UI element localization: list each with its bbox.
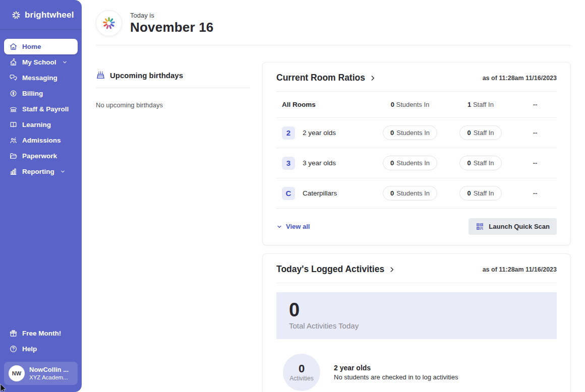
sidebar-item-free-month[interactable]: Free Month! (4, 325, 78, 341)
room-ratio: -- (513, 159, 557, 167)
room-row: 3 3 year olds 0Students In 0Staff In -- (276, 148, 557, 178)
sidebar-item-label: Reporting (22, 168, 54, 175)
chevron-down-icon (60, 169, 66, 174)
staff-in-pill[interactable]: 0Staff In (459, 156, 501, 170)
profile-text: NowCollin ... XYZ Academ... (29, 366, 69, 381)
page-header: Today is November 16 (96, 0, 571, 36)
all-rooms-label: All Rooms (276, 101, 372, 108)
brightwheel-badge (96, 10, 122, 36)
sidebar-item-reporting[interactable]: Reporting (4, 164, 78, 179)
sidebar-item-label: Messaging (22, 74, 57, 82)
chevron-down-icon (276, 224, 282, 230)
all-rooms-ratio: -- (513, 101, 557, 108)
sidebar-spacer (0, 179, 82, 325)
sidebar-footer: Free Month! Help (0, 325, 82, 357)
sidebar-item-my-school[interactable]: My School (4, 54, 78, 70)
activity-room-name: 2 year olds (334, 364, 458, 372)
sidebar-item-staff-payroll[interactable]: Staff & Payroll (4, 101, 78, 117)
room-row: 2 2 year olds 0Students In 0Staff In -- (276, 118, 557, 148)
reporting-icon (9, 167, 18, 176)
profile-name: NowCollin ... (29, 366, 69, 374)
room-ratios-as-of: as of 11:28am 11/16/2023 (483, 75, 557, 82)
room-name: Caterpillars (303, 189, 337, 197)
room-ratios-header: Current Room Ratios as of 11:28am 11/16/… (276, 73, 557, 83)
mouse-cursor (0, 383, 7, 392)
sidebar-nav: Home My School (0, 30, 82, 179)
all-rooms-students-in: 0 Students In (372, 101, 448, 108)
sidebar-item-billing[interactable]: Billing (4, 86, 78, 101)
room-name: 3 year olds (303, 159, 336, 167)
birthday-cake-icon (96, 71, 105, 80)
paperwork-icon (9, 152, 18, 160)
today-label: Today is (130, 12, 214, 19)
activity-room-message: No students are checked in to log activi… (334, 373, 458, 381)
sidebar-item-admissions[interactable]: Admissions (4, 133, 78, 148)
logged-activities-header: Today's Logged Activities as of 11:28am … (276, 264, 557, 275)
sidebar-item-label: Billing (22, 90, 43, 97)
room-badge: 2 (282, 126, 295, 140)
home-icon (9, 42, 18, 51)
sidebar-item-home[interactable]: Home (4, 39, 78, 54)
activity-count-circle: 0 Activities (283, 354, 320, 391)
activity-room-text: 2 year olds No students are checked in t… (334, 364, 458, 381)
sidebar-item-label: Free Month! (22, 330, 61, 337)
students-in-pill[interactable]: 0Students In (383, 156, 437, 170)
sidebar-item-learning[interactable]: Learning (4, 117, 78, 133)
launch-quick-scan-button[interactable]: Launch Quick Scan (469, 218, 557, 235)
staff-in-pill[interactable]: 0Staff In (459, 186, 501, 201)
brightwheel-color-pinwheel-icon (101, 16, 116, 31)
activity-count: 0 (299, 363, 305, 375)
sidebar-item-paperwork[interactable]: Paperwork (4, 148, 78, 164)
divider (276, 283, 557, 283)
activity-count-label: Activities (289, 375, 313, 382)
qr-code-icon (476, 222, 484, 231)
birthdays-divider (96, 88, 250, 88)
chevron-right-icon (369, 75, 376, 82)
sidebar-item-label: Paperwork (22, 152, 57, 160)
logged-activities-card: Today's Logged Activities as of 11:28am … (262, 253, 571, 392)
cards-column: Current Room Ratios as of 11:28am 11/16/… (262, 62, 571, 392)
room-ratios-title-link[interactable]: Current Room Ratios (276, 73, 376, 83)
view-all-link[interactable]: View all (276, 223, 310, 230)
activity-room-row: 0 Activities 2 year olds No students are… (276, 354, 557, 391)
chevron-down-icon (62, 59, 68, 65)
room-name: 2 year olds (303, 129, 336, 137)
room-ratios-card: Current Room Ratios as of 11:28am 11/16/… (262, 62, 571, 245)
staff-payroll-icon (9, 105, 18, 113)
students-in-pill[interactable]: 0Students In (383, 186, 437, 201)
sidebar-item-label: Learning (22, 121, 51, 128)
content-columns: Upcoming birthdays No upcoming birthdays… (96, 45, 571, 392)
logged-activities-title-link[interactable]: Today's Logged Activities (276, 264, 395, 275)
all-rooms-row: All Rooms 0 Students In 1 Staff In -- (276, 92, 557, 117)
all-rooms-staff-in: 1 Staff In (448, 101, 513, 108)
room-ratio: -- (513, 189, 557, 197)
divider (276, 208, 557, 209)
help-icon (9, 345, 18, 353)
staff-in-pill[interactable]: 0Staff In (459, 125, 501, 140)
sidebar-item-label: My School (22, 58, 56, 66)
logged-activities-as-of: as of 11:28am 11/16/2023 (483, 266, 557, 273)
profile-org: XYZ Academ... (29, 374, 69, 381)
upcoming-birthdays-header: Upcoming birthdays (96, 71, 250, 80)
room-ratios-title: Current Room Ratios (276, 73, 365, 83)
gift-icon (9, 329, 18, 338)
logged-activities-title: Today's Logged Activities (276, 264, 384, 275)
room-ratio: -- (513, 129, 557, 137)
sidebar-item-label: Staff & Payroll (22, 105, 69, 113)
brightwheel-dashboard: brightwheel Home My School (0, 0, 585, 392)
learning-icon (9, 120, 18, 129)
room-row: C Caterpillars 0Students In 0Staff In -- (276, 178, 557, 208)
sidebar-item-messaging[interactable]: Messaging (4, 70, 78, 86)
admissions-icon (9, 136, 18, 145)
brightwheel-logo[interactable]: brightwheel (0, 0, 82, 29)
sidebar-item-help[interactable]: Help (4, 341, 78, 357)
profile-card[interactable]: NW NowCollin ... XYZ Academ... (4, 362, 78, 385)
total-activities-value: 0 (289, 299, 544, 320)
sidebar-item-label: Help (22, 345, 37, 353)
brightwheel-pinwheel-icon (11, 10, 21, 20)
total-activities-label: Total Activities Today (289, 321, 544, 330)
room-badge: C (282, 187, 295, 200)
room-ratios-footer: View all Launch Quick Scan (276, 218, 557, 235)
students-in-pill[interactable]: 0Students In (383, 125, 437, 140)
billing-icon (9, 89, 18, 98)
